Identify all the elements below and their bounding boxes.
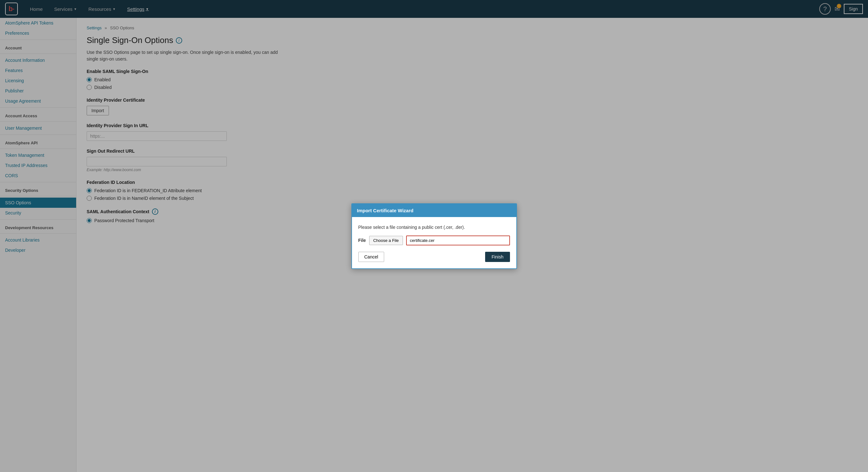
modal-file-label: File	[358, 238, 366, 243]
import-certificate-modal: Import Certificate Wizard Please select …	[351, 203, 517, 269]
modal-file-row: File Choose a File	[358, 236, 510, 245]
choose-file-button[interactable]: Choose a File	[369, 236, 403, 245]
modal-header: Import Certificate Wizard	[352, 204, 516, 217]
cancel-button[interactable]: Cancel	[358, 252, 384, 262]
modal-body: Please select a file containing a public…	[352, 217, 516, 268]
modal-overlay: Import Certificate Wizard Please select …	[0, 0, 868, 472]
modal-footer: Cancel Finish	[358, 252, 510, 263]
finish-button[interactable]: Finish	[485, 252, 510, 262]
file-name-input[interactable]	[406, 236, 510, 245]
modal-description: Please select a file containing a public…	[358, 225, 510, 230]
